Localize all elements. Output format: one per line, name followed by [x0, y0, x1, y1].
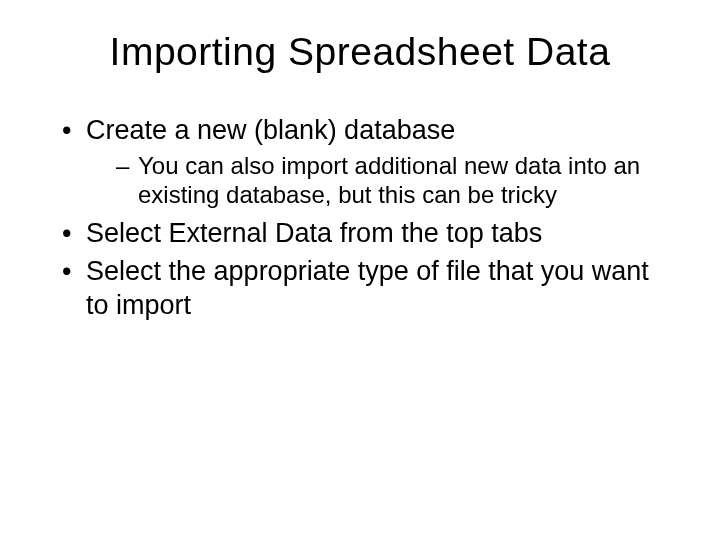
bullet-text: Create a new (blank) database — [86, 115, 455, 145]
list-item: Select the appropriate type of file that… — [58, 255, 670, 323]
sub-bullet-list: You can also import additional new data … — [86, 152, 670, 210]
bullet-text: Select External Data from the top tabs — [86, 218, 542, 248]
list-item: Select External Data from the top tabs — [58, 217, 670, 251]
bullet-list: Create a new (blank) database You can al… — [50, 114, 670, 323]
bullet-text: Select the appropriate type of file that… — [86, 256, 649, 320]
list-item: You can also import additional new data … — [116, 152, 670, 210]
list-item: Create a new (blank) database You can al… — [58, 114, 670, 209]
sub-bullet-text: You can also import additional new data … — [138, 152, 640, 208]
slide-title: Importing Spreadsheet Data — [50, 30, 670, 74]
